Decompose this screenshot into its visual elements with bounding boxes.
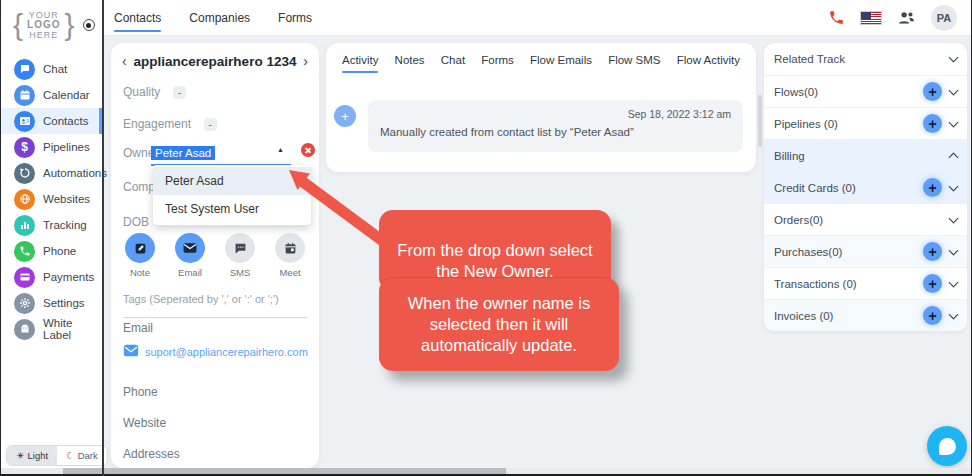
remove-owner-icon[interactable]	[301, 143, 315, 157]
sidebar-item-settings[interactable]: Settings	[1, 290, 102, 316]
vertical-scrollbar[interactable]	[758, 95, 762, 147]
add-activity-button[interactable]: +	[334, 105, 356, 127]
sidebar-item-websites[interactable]: Websites	[1, 186, 102, 212]
phone-icon	[14, 241, 35, 262]
dob-label: DOB	[123, 215, 149, 229]
sidebar-item-phone[interactable]: Phone	[1, 238, 102, 264]
add-transaction-button[interactable]: +	[923, 274, 942, 293]
dropdown-caret-icon[interactable]: ▲	[277, 146, 284, 153]
sidebar-item-white-label[interactable]: White Label	[1, 316, 102, 342]
add-purchase-button[interactable]: +	[923, 242, 942, 261]
plus-icon: +	[341, 109, 349, 124]
callout-text-1: From the drop down select the New Owner.	[393, 240, 597, 282]
related-row-invoices[interactable]: Invoices (0) +	[764, 299, 967, 331]
related-row-pipelines[interactable]: Pipelines (0) +	[764, 107, 967, 139]
chevron-down-icon[interactable]	[949, 53, 959, 63]
meet-button[interactable]: Meet	[275, 233, 305, 278]
sidebar-item-label: Settings	[43, 297, 85, 309]
sidebar-item-tracking[interactable]: Tracking	[1, 212, 102, 238]
sidebar-item-label: Payments	[43, 271, 94, 283]
note-button[interactable]: Note	[125, 233, 155, 278]
sidebar-item-chat[interactable]: Chat	[1, 56, 102, 82]
tab-notes[interactable]: Notes	[395, 43, 425, 77]
chevron-down-icon[interactable]	[949, 245, 959, 255]
website-section-label: Website	[123, 416, 166, 430]
logo-radio-icon[interactable]	[83, 19, 95, 31]
tags-input[interactable]: Tags (Seperated by ',' or ':' or ';')	[123, 293, 279, 305]
add-invoice-button[interactable]: +	[923, 306, 942, 325]
tab-flow-emails[interactable]: Flow Emails	[530, 43, 592, 77]
logo-brace-right: }	[64, 10, 74, 40]
theme-dark-button[interactable]: ☾ Dark	[57, 446, 107, 465]
tab-forms[interactable]: Forms	[278, 0, 312, 35]
callout-text-2: When the owner name is selected then it …	[395, 293, 603, 356]
add-flow-button[interactable]: +	[923, 82, 942, 101]
top-bar: Contacts Companies Forms PA	[104, 0, 971, 36]
sidebar-item-label: White Label	[43, 317, 102, 341]
add-pipeline-button[interactable]: +	[923, 114, 942, 133]
theme-light-button[interactable]: ☀ Light	[7, 446, 57, 465]
related-row-transactions[interactable]: Transactions (0) +	[764, 267, 967, 299]
sms-button[interactable]: SMS	[225, 233, 255, 278]
dropdown-option-test-system-user[interactable]: Test System User	[153, 195, 311, 223]
automations-icon	[14, 163, 35, 184]
chevron-down-icon[interactable]	[949, 117, 959, 127]
chevron-up-icon[interactable]	[949, 153, 959, 163]
chevron-down-icon[interactable]	[949, 85, 959, 95]
chevron-down-icon[interactable]	[949, 309, 959, 319]
tab-flow-sms[interactable]: Flow SMS	[608, 43, 660, 77]
tab-chat[interactable]: Chat	[441, 43, 465, 77]
related-row-purchases[interactable]: Purchases(0) +	[764, 235, 967, 267]
logo-brace-left: {	[13, 10, 23, 40]
tab-activity[interactable]: Activity	[342, 43, 378, 77]
chevron-down-icon[interactable]	[949, 277, 959, 287]
tab-flow-activity[interactable]: Flow Activity	[677, 43, 740, 77]
activity-tabs: Activity Notes Chat Forms Flow Emails Fl…	[326, 43, 756, 77]
sidebar: { YOUR LOGO HERE } Chat Calendar	[1, 0, 102, 476]
tab-forms[interactable]: Forms	[481, 43, 514, 77]
sidebar-item-pipelines[interactable]: $ Pipelines	[1, 134, 102, 160]
pipelines-icon: $	[14, 137, 35, 158]
dialer-phone-icon[interactable]	[828, 9, 845, 26]
related-row-billing[interactable]: Billing	[764, 139, 967, 171]
meet-icon	[275, 233, 305, 263]
chevron-down-icon[interactable]	[949, 213, 959, 223]
gear-icon	[14, 293, 35, 314]
dropdown-option-peter-asad[interactable]: Peter Asad	[153, 167, 311, 195]
sidebar-item-label: Calendar	[43, 89, 90, 101]
chevron-down-icon[interactable]	[949, 181, 959, 191]
websites-icon	[14, 189, 35, 210]
sidebar-item-automations[interactable]: Automations	[1, 160, 102, 186]
sidebar-item-calendar[interactable]: Calendar	[1, 82, 102, 108]
email-row: suport@appliancerepairhero.com	[123, 343, 308, 361]
sidebar-item-label: Tracking	[43, 219, 87, 231]
users-icon[interactable]	[897, 10, 916, 26]
related-row-related-track[interactable]: Related Track	[764, 43, 967, 75]
owner-input[interactable]: Peter Asad	[151, 143, 291, 166]
tab-companies[interactable]: Companies	[189, 0, 250, 35]
main-tabs: Contacts Companies Forms	[104, 0, 312, 35]
avatar[interactable]: PA	[931, 5, 957, 31]
next-contact-icon[interactable]: ›	[300, 53, 311, 69]
app-window: { YOUR LOGO HERE } Chat Calendar	[0, 0, 972, 476]
add-credit-card-button[interactable]: +	[923, 178, 942, 197]
note-icon	[125, 233, 155, 263]
email-button[interactable]: Email	[175, 233, 205, 278]
chat-icon	[14, 59, 35, 80]
chat-widget-button[interactable]	[927, 426, 967, 466]
sidebar-item-label: Websites	[43, 193, 90, 205]
sidebar-item-payments[interactable]: Payments	[1, 264, 102, 290]
contact-panel: ‹ appliancerepairhero 1234 › Quality - E…	[111, 43, 319, 468]
quality-badge: -	[173, 86, 186, 99]
email-link[interactable]: suport@appliancerepairhero.com	[145, 346, 308, 358]
language-flag-icon[interactable]	[860, 11, 882, 25]
prev-contact-icon[interactable]: ‹	[119, 53, 130, 69]
sidebar-item-label: Chat	[43, 63, 67, 75]
tab-contacts[interactable]: Contacts	[114, 0, 161, 35]
moon-icon: ☾	[66, 450, 75, 461]
chat-widget-icon	[939, 438, 956, 455]
related-row-flows[interactable]: Flows(0) +	[764, 75, 967, 107]
related-row-credit-cards[interactable]: Credit Cards (0) +	[764, 171, 967, 203]
related-row-orders[interactable]: Orders(0)	[764, 203, 967, 235]
sidebar-item-contacts[interactable]: Contacts	[1, 108, 102, 134]
